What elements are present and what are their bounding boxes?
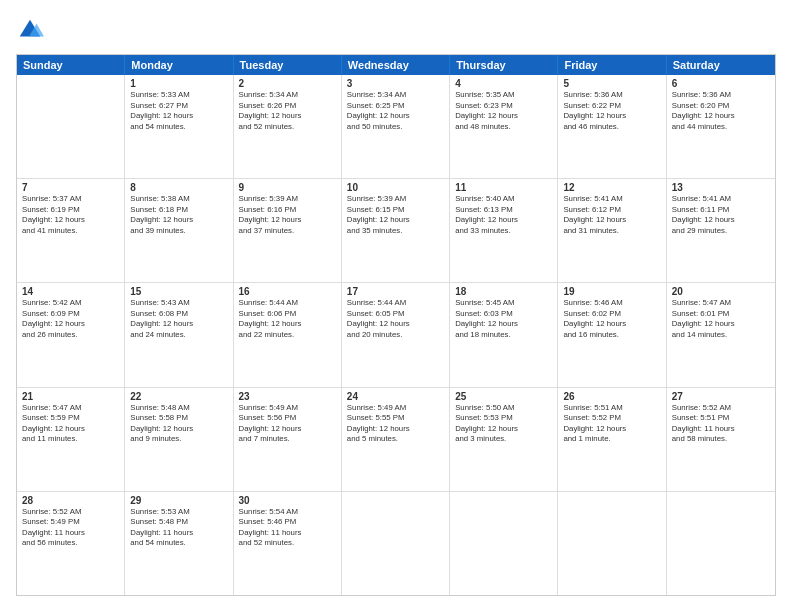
calendar-cell: 18Sunrise: 5:45 AM Sunset: 6:03 PM Dayli…: [450, 283, 558, 386]
cell-info: Sunrise: 5:52 AM Sunset: 5:51 PM Dayligh…: [672, 403, 770, 445]
day-number: 24: [347, 391, 444, 402]
day-number: 11: [455, 182, 552, 193]
calendar-cell: 3Sunrise: 5:34 AM Sunset: 6:25 PM Daylig…: [342, 75, 450, 178]
day-number: 18: [455, 286, 552, 297]
day-number: 9: [239, 182, 336, 193]
calendar-cell: 25Sunrise: 5:50 AM Sunset: 5:53 PM Dayli…: [450, 388, 558, 491]
calendar-cell: 23Sunrise: 5:49 AM Sunset: 5:56 PM Dayli…: [234, 388, 342, 491]
calendar-row-1: 1Sunrise: 5:33 AM Sunset: 6:27 PM Daylig…: [17, 75, 775, 179]
calendar-cell: 30Sunrise: 5:54 AM Sunset: 5:46 PM Dayli…: [234, 492, 342, 595]
day-number: 14: [22, 286, 119, 297]
day-number: 17: [347, 286, 444, 297]
cell-info: Sunrise: 5:36 AM Sunset: 6:22 PM Dayligh…: [563, 90, 660, 132]
cell-info: Sunrise: 5:36 AM Sunset: 6:20 PM Dayligh…: [672, 90, 770, 132]
calendar-cell: 4Sunrise: 5:35 AM Sunset: 6:23 PM Daylig…: [450, 75, 558, 178]
calendar-cell: 2Sunrise: 5:34 AM Sunset: 6:26 PM Daylig…: [234, 75, 342, 178]
day-number: 28: [22, 495, 119, 506]
calendar-cell: [17, 75, 125, 178]
day-number: 2: [239, 78, 336, 89]
calendar-cell: 15Sunrise: 5:43 AM Sunset: 6:08 PM Dayli…: [125, 283, 233, 386]
day-number: 10: [347, 182, 444, 193]
calendar-cell: [667, 492, 775, 595]
cell-info: Sunrise: 5:42 AM Sunset: 6:09 PM Dayligh…: [22, 298, 119, 340]
cell-info: Sunrise: 5:33 AM Sunset: 6:27 PM Dayligh…: [130, 90, 227, 132]
calendar-cell: 16Sunrise: 5:44 AM Sunset: 6:06 PM Dayli…: [234, 283, 342, 386]
calendar-cell: 8Sunrise: 5:38 AM Sunset: 6:18 PM Daylig…: [125, 179, 233, 282]
cell-info: Sunrise: 5:46 AM Sunset: 6:02 PM Dayligh…: [563, 298, 660, 340]
calendar-cell: 26Sunrise: 5:51 AM Sunset: 5:52 PM Dayli…: [558, 388, 666, 491]
day-number: 21: [22, 391, 119, 402]
cell-info: Sunrise: 5:38 AM Sunset: 6:18 PM Dayligh…: [130, 194, 227, 236]
page: SundayMondayTuesdayWednesdayThursdayFrid…: [0, 0, 792, 612]
day-number: 15: [130, 286, 227, 297]
calendar-cell: 19Sunrise: 5:46 AM Sunset: 6:02 PM Dayli…: [558, 283, 666, 386]
header-day-tuesday: Tuesday: [234, 55, 342, 75]
cell-info: Sunrise: 5:43 AM Sunset: 6:08 PM Dayligh…: [130, 298, 227, 340]
logo: [16, 16, 48, 44]
day-number: 25: [455, 391, 552, 402]
cell-info: Sunrise: 5:47 AM Sunset: 6:01 PM Dayligh…: [672, 298, 770, 340]
cell-info: Sunrise: 5:45 AM Sunset: 6:03 PM Dayligh…: [455, 298, 552, 340]
cell-info: Sunrise: 5:50 AM Sunset: 5:53 PM Dayligh…: [455, 403, 552, 445]
cell-info: Sunrise: 5:37 AM Sunset: 6:19 PM Dayligh…: [22, 194, 119, 236]
day-number: 19: [563, 286, 660, 297]
day-number: 8: [130, 182, 227, 193]
day-number: 6: [672, 78, 770, 89]
cell-info: Sunrise: 5:48 AM Sunset: 5:58 PM Dayligh…: [130, 403, 227, 445]
cell-info: Sunrise: 5:53 AM Sunset: 5:48 PM Dayligh…: [130, 507, 227, 549]
calendar-cell: 14Sunrise: 5:42 AM Sunset: 6:09 PM Dayli…: [17, 283, 125, 386]
calendar-cell: 13Sunrise: 5:41 AM Sunset: 6:11 PM Dayli…: [667, 179, 775, 282]
calendar-cell: [450, 492, 558, 595]
cell-info: Sunrise: 5:44 AM Sunset: 6:05 PM Dayligh…: [347, 298, 444, 340]
calendar-cell: [558, 492, 666, 595]
header-day-monday: Monday: [125, 55, 233, 75]
calendar-body: 1Sunrise: 5:33 AM Sunset: 6:27 PM Daylig…: [17, 75, 775, 595]
calendar-row-3: 14Sunrise: 5:42 AM Sunset: 6:09 PM Dayli…: [17, 283, 775, 387]
header-day-sunday: Sunday: [17, 55, 125, 75]
day-number: 29: [130, 495, 227, 506]
calendar-cell: 7Sunrise: 5:37 AM Sunset: 6:19 PM Daylig…: [17, 179, 125, 282]
cell-info: Sunrise: 5:41 AM Sunset: 6:11 PM Dayligh…: [672, 194, 770, 236]
calendar-cell: 1Sunrise: 5:33 AM Sunset: 6:27 PM Daylig…: [125, 75, 233, 178]
calendar-header: SundayMondayTuesdayWednesdayThursdayFrid…: [17, 55, 775, 75]
day-number: 27: [672, 391, 770, 402]
day-number: 4: [455, 78, 552, 89]
cell-info: Sunrise: 5:41 AM Sunset: 6:12 PM Dayligh…: [563, 194, 660, 236]
cell-info: Sunrise: 5:39 AM Sunset: 6:15 PM Dayligh…: [347, 194, 444, 236]
day-number: 22: [130, 391, 227, 402]
day-number: 20: [672, 286, 770, 297]
day-number: 12: [563, 182, 660, 193]
header-day-friday: Friday: [558, 55, 666, 75]
day-number: 30: [239, 495, 336, 506]
day-number: 1: [130, 78, 227, 89]
logo-icon: [16, 16, 44, 44]
calendar-cell: 12Sunrise: 5:41 AM Sunset: 6:12 PM Dayli…: [558, 179, 666, 282]
cell-info: Sunrise: 5:40 AM Sunset: 6:13 PM Dayligh…: [455, 194, 552, 236]
cell-info: Sunrise: 5:49 AM Sunset: 5:56 PM Dayligh…: [239, 403, 336, 445]
cell-info: Sunrise: 5:52 AM Sunset: 5:49 PM Dayligh…: [22, 507, 119, 549]
cell-info: Sunrise: 5:34 AM Sunset: 6:25 PM Dayligh…: [347, 90, 444, 132]
day-number: 23: [239, 391, 336, 402]
calendar-row-5: 28Sunrise: 5:52 AM Sunset: 5:49 PM Dayli…: [17, 492, 775, 595]
cell-info: Sunrise: 5:39 AM Sunset: 6:16 PM Dayligh…: [239, 194, 336, 236]
calendar-cell: 9Sunrise: 5:39 AM Sunset: 6:16 PM Daylig…: [234, 179, 342, 282]
header-day-wednesday: Wednesday: [342, 55, 450, 75]
calendar-cell: 29Sunrise: 5:53 AM Sunset: 5:48 PM Dayli…: [125, 492, 233, 595]
calendar-cell: [342, 492, 450, 595]
cell-info: Sunrise: 5:54 AM Sunset: 5:46 PM Dayligh…: [239, 507, 336, 549]
day-number: 13: [672, 182, 770, 193]
calendar-row-2: 7Sunrise: 5:37 AM Sunset: 6:19 PM Daylig…: [17, 179, 775, 283]
calendar-cell: 17Sunrise: 5:44 AM Sunset: 6:05 PM Dayli…: [342, 283, 450, 386]
cell-info: Sunrise: 5:51 AM Sunset: 5:52 PM Dayligh…: [563, 403, 660, 445]
cell-info: Sunrise: 5:47 AM Sunset: 5:59 PM Dayligh…: [22, 403, 119, 445]
calendar-cell: 6Sunrise: 5:36 AM Sunset: 6:20 PM Daylig…: [667, 75, 775, 178]
day-number: 3: [347, 78, 444, 89]
header-day-thursday: Thursday: [450, 55, 558, 75]
calendar-cell: 5Sunrise: 5:36 AM Sunset: 6:22 PM Daylig…: [558, 75, 666, 178]
calendar-cell: 21Sunrise: 5:47 AM Sunset: 5:59 PM Dayli…: [17, 388, 125, 491]
day-number: 5: [563, 78, 660, 89]
header: [16, 16, 776, 44]
header-day-saturday: Saturday: [667, 55, 775, 75]
day-number: 26: [563, 391, 660, 402]
calendar-cell: 22Sunrise: 5:48 AM Sunset: 5:58 PM Dayli…: [125, 388, 233, 491]
